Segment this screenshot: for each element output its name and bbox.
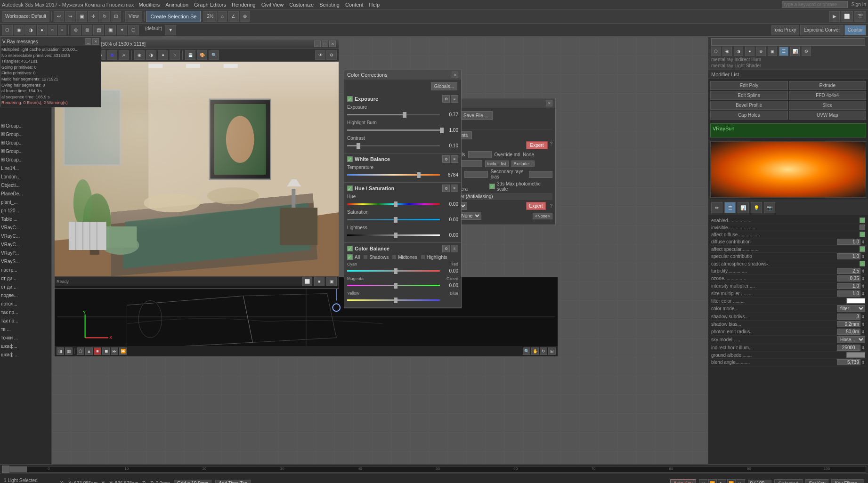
scene-item-13[interactable]: VRayC... (0, 232, 51, 240)
scene-item-2[interactable]: 👁Group... (0, 138, 51, 147)
fb-btn-b[interactable]: B (107, 50, 117, 60)
cc-yellow-thumb[interactable] (394, 298, 397, 303)
prop-ozone-input[interactable] (837, 275, 860, 282)
tb2-btn4[interactable]: ● (37, 25, 47, 35)
rp-bulb-icon[interactable]: 💡 (751, 202, 762, 213)
scene-item-18[interactable]: от ди... (0, 274, 51, 282)
mod-btn-slice[interactable]: Slice (789, 101, 867, 110)
vp-btn5[interactable]: ■ (94, 347, 101, 355)
rd-expert-btn[interactable]: Expert (526, 141, 548, 149)
prop-diffuse-contrib-input[interactable] (837, 239, 860, 245)
snap-a[interactable]: ⌂ (218, 11, 227, 22)
rd-expert2-btn[interactable]: Expert (526, 202, 546, 210)
rotate-btn[interactable]: ↻ (99, 11, 110, 22)
menu-help[interactable]: Help (369, 2, 380, 8)
proxy-btn[interactable]: ona Proxy (771, 25, 799, 35)
pb-next-btn[interactable]: ⏩ (727, 479, 736, 483)
scene-item-16[interactable]: VRayS... (0, 257, 51, 266)
prop-indirect-horiz-input[interactable] (837, 345, 860, 351)
cc-cb-midtones-check[interactable] (392, 255, 396, 259)
cc-wb-icon2[interactable]: ≡ (451, 155, 458, 163)
vp-btn7[interactable]: ⏭ (111, 347, 118, 355)
fb-btn-lens[interactable]: 🔍 (209, 50, 219, 60)
undo-btn[interactable]: ↩ (54, 11, 64, 22)
scene-item-7[interactable]: Objecti... (0, 181, 51, 189)
fb-close-btn[interactable]: ✕ (329, 40, 336, 47)
prop-turbidity-input[interactable] (837, 268, 860, 274)
key-filters-btn[interactable]: Key Filters... (831, 479, 864, 483)
rd-secondary-input[interactable]: 0,0 (529, 171, 552, 178)
vp-zoom-btn[interactable]: 🔍 (523, 347, 530, 355)
move-btn[interactable]: ✛ (88, 11, 98, 22)
prop-shadow-bias-input[interactable] (837, 321, 860, 327)
rd-none-btn[interactable]: <None> (533, 213, 552, 219)
cc-highlight-slider[interactable]: 1.00 (347, 126, 458, 134)
vp-btn4[interactable]: ▲ (85, 347, 93, 355)
auto-key-btn[interactable]: Auto Key (670, 479, 696, 483)
tb2-btn3[interactable]: ◑ (25, 25, 36, 35)
rp-icon5[interactable]: ⊕ (756, 47, 766, 56)
tb2-btn9[interactable]: ▤ (93, 25, 104, 35)
rd-photometric-check[interactable]: ✓ (489, 184, 495, 189)
mod-btn-cap-holes[interactable]: Cap Holes (710, 111, 788, 120)
render-prod-btn[interactable]: ▶ (829, 11, 840, 22)
mod-btn-edit-spline[interactable]: Edit Spline (710, 91, 788, 100)
fb-btn-circle[interactable]: ◉ (134, 50, 145, 60)
rd-cutoff-input[interactable]: 0,001 (459, 160, 482, 167)
fb-btn-full[interactable]: ● (158, 50, 168, 60)
cc-globals-btn[interactable]: Globals... (431, 82, 457, 90)
rp-icon7[interactable]: ☰ (779, 47, 788, 56)
timeline-track[interactable]: 0 10 20 30 40 50 60 70 80 90 100 (9, 466, 866, 473)
frame-input[interactable] (748, 480, 771, 483)
scene-item-0[interactable]: 👁 Group... (0, 121, 51, 130)
scene-item-15[interactable]: VRayP... (0, 249, 51, 257)
cc-cb-icon2[interactable]: ≡ (451, 245, 458, 252)
mod-btn-extrude[interactable]: Extrude (789, 81, 867, 90)
vp-btn1[interactable]: ◨ (57, 347, 64, 355)
snap-b[interactable]: ∠ (228, 11, 239, 22)
scene-item-22[interactable]: так пр... (0, 308, 51, 316)
menu-customize[interactable]: Customize (289, 2, 314, 8)
scene-item-3[interactable]: 👁Group... (0, 147, 51, 155)
scene-item-4[interactable]: 👁Group... (0, 155, 51, 164)
scene-item-25[interactable]: точки ... (0, 333, 51, 342)
cc-contrast-slider[interactable]: 0.10 (347, 142, 458, 149)
prop-affect-diffuse-check[interactable]: ✓ (860, 232, 865, 237)
prop-intensity-mult-input[interactable] (837, 283, 860, 289)
cc-close-btn[interactable]: ✕ (452, 72, 458, 78)
rp-object-name-input[interactable]: VRaySun001 (711, 38, 865, 46)
prop-sky-model-select[interactable]: Hose... al... (837, 336, 865, 343)
cc-light-slider[interactable]: 0.00 (347, 231, 458, 239)
tb2-expand[interactable]: ▼ (165, 25, 176, 35)
pb-end-btn[interactable]: ⏭ (737, 479, 745, 483)
scene-item-1[interactable]: 👁Group... (0, 130, 51, 138)
menu-graph-editors[interactable]: Graph Editors (194, 2, 226, 8)
fb-maximize-btn[interactable]: □ (322, 40, 328, 47)
vp-btn3[interactable]: ⬡ (77, 347, 84, 355)
rp-icon9[interactable]: ⚙ (802, 47, 811, 56)
scene-item-12[interactable]: VRayC... (0, 223, 51, 232)
fb-btn-empty[interactable]: ○ (170, 50, 180, 60)
menu-content[interactable]: Content (345, 2, 364, 8)
tb2-btn1[interactable]: ⬡ (2, 25, 13, 35)
cc-cb-checkbox[interactable]: ✓ (347, 246, 353, 251)
cc-sat-thumb[interactable] (394, 217, 397, 223)
rp-icon8[interactable]: 📊 (790, 47, 800, 56)
pb-prev-btn[interactable]: ⏪ (708, 479, 717, 483)
vp-btn2[interactable]: ▦ (65, 347, 73, 355)
cc-exposure-icon1[interactable]: ⚙ (442, 95, 450, 103)
tb2-btn10[interactable]: ▣ (105, 25, 116, 35)
rp-icon6[interactable]: ▣ (768, 47, 777, 56)
create-selection-btn[interactable]: Create Selection Se (146, 11, 201, 22)
cc-hue-thumb[interactable] (394, 201, 397, 207)
cc-contrast-thumb[interactable] (357, 143, 360, 149)
cc-wb-icon1[interactable]: ⚙ (442, 155, 450, 163)
prop-filter-color-swatch[interactable] (846, 298, 865, 304)
snap-toggle[interactable]: 2½ (203, 11, 217, 22)
vp-rotate-btn[interactable]: ↻ (540, 347, 547, 355)
mod-btn-ffd[interactable]: FFD 4x4x4 (789, 91, 867, 100)
fb-btn-a[interactable]: A (119, 50, 129, 60)
view-btn[interactable]: View (125, 11, 142, 22)
rp-list-icon[interactable]: ☰ (724, 202, 736, 213)
scene-item-17[interactable]: настр... (0, 266, 51, 274)
